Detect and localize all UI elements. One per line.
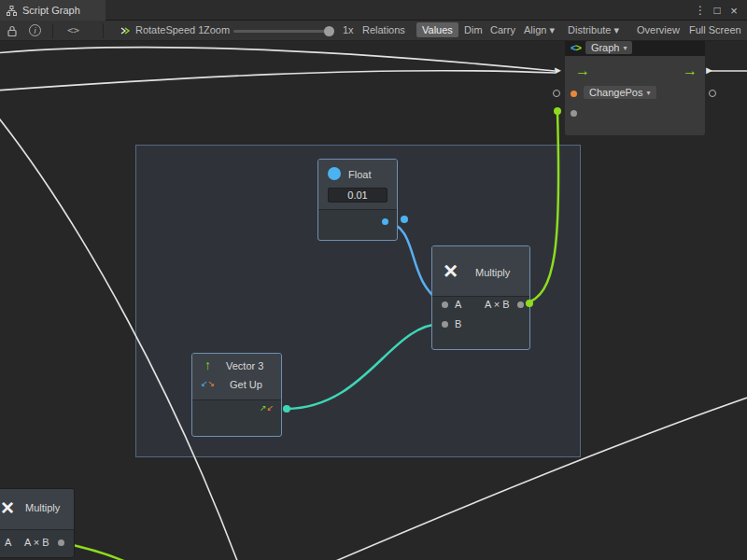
window-close-icon[interactable]: × — [726, 0, 741, 21]
flow-triangle-right-icon[interactable]: ► — [704, 65, 714, 76]
multiply-input-b-port[interactable] — [442, 321, 448, 328]
multiply2-output-label: A × B — [24, 537, 49, 548]
float-value-input[interactable]: 0.01 — [328, 188, 388, 203]
graph-tab-icon — [7, 6, 17, 16]
toolbar: i <> RotateSpeed 1 Zoom 1x Relations Val… — [0, 21, 747, 41]
wire-white-top-2[interactable] — [0, 71, 555, 91]
graph-extra-port-dot[interactable] — [571, 110, 577, 117]
multiply2-output-port[interactable] — [58, 539, 64, 546]
vector-axes-icon: ↙↘ — [201, 379, 215, 388]
multiply-icon: × — [444, 259, 458, 283]
value-port-ring-right[interactable] — [709, 90, 716, 97]
toolbar-button-distribute[interactable]: Distribute ▾ — [568, 24, 619, 36]
toolbar-button-align[interactable]: Align ▾ — [524, 24, 555, 36]
zoom-value: 1x — [343, 24, 354, 35]
toolbar-button-values[interactable]: Values — [416, 22, 458, 37]
value-port-ring-left[interactable] — [553, 90, 560, 97]
multiply-input-a-label: A — [455, 299, 461, 310]
wire-white-top-1[interactable] — [0, 48, 555, 71]
tab-title: Script Graph — [22, 5, 80, 16]
toolbar-button-dim[interactable]: Dim — [464, 24, 483, 35]
get-up-node-header[interactable]: ↑ Vector 3 ↙↘ Get Up — [192, 354, 281, 400]
float-node-header[interactable]: Float 0.01 — [318, 160, 397, 210]
multiply-output-port[interactable] — [517, 301, 524, 308]
title-bar: Script Graph ⋮ □ × — [0, 0, 747, 21]
changepos-dropdown-label: ChangePos — [589, 87, 643, 98]
multiply-node[interactable]: × Multiply A A × B B — [431, 245, 530, 350]
float-type-icon — [328, 167, 341, 180]
float-node[interactable]: Float 0.01 — [317, 159, 398, 241]
multiply2-node[interactable]: × Multiply A A × B — [0, 488, 75, 558]
toolbar-button-relations[interactable]: Relations — [362, 24, 405, 35]
multiply-icon: × — [1, 497, 14, 519]
graph-input-connection-dot[interactable] — [554, 107, 561, 115]
vector3-output-type-icon: ↗↙ — [260, 403, 274, 413]
up-arrow-icon: ↑ — [204, 357, 211, 372]
getup-output-port[interactable] — [283, 405, 290, 413]
multiply-input-a-port[interactable] — [442, 301, 448, 308]
changepos-port-dot[interactable] — [571, 91, 577, 97]
multiply-output-connection-dot[interactable] — [526, 300, 533, 307]
zoom-slider-handle[interactable] — [324, 26, 334, 36]
multiply2-node-header[interactable]: × Multiply — [0, 489, 74, 530]
float-node-title: Float — [348, 169, 371, 180]
changepos-dropdown[interactable]: ChangePos ▾ — [584, 86, 656, 99]
lock-icon[interactable] — [7, 25, 18, 37]
multiply-input-b-label: B — [455, 318, 461, 329]
chevron-down-icon: ▾ — [647, 89, 651, 97]
get-up-node-title: Get Up — [230, 379, 262, 390]
script-graph-icon: <> — [571, 42, 581, 53]
toolbar-button-fullscreen[interactable]: Full Screen — [689, 24, 741, 35]
graph-dropdown-label: Graph — [591, 42, 620, 53]
toolbar-button-carry[interactable]: Carry — [490, 24, 515, 35]
script-graph-window: ► ► <> Graph ▾ → → ChangePos ▾ Float 0.0… — [0, 0, 747, 560]
window-menu-icon[interactable]: ⋮ — [693, 0, 708, 21]
float-output-port[interactable] — [382, 218, 388, 225]
graph-header-node[interactable]: <> Graph ▾ → → ChangePos ▾ — [565, 39, 705, 135]
zoom-label: Zoom — [204, 24, 230, 35]
toolbar-divider — [52, 23, 53, 38]
flow-out-arrow-icon[interactable]: → — [683, 63, 698, 78]
get-up-type-label: Vector 3 — [226, 360, 263, 371]
tab-script-graph[interactable]: Script Graph — [0, 0, 106, 21]
graph-dropdown[interactable]: Graph ▾ — [585, 41, 633, 54]
zoom-slider-track[interactable] — [233, 30, 334, 33]
multiply2-input-a-label: A — [5, 537, 11, 548]
multiply2-node-title: Multiply — [25, 502, 60, 513]
multiply-node-title: Multiply — [475, 267, 510, 278]
info-icon[interactable]: i — [29, 24, 41, 36]
chevron-down-icon: ▾ — [623, 44, 627, 52]
script-machine-icon — [120, 25, 131, 36]
window-maximize-icon[interactable]: □ — [710, 0, 725, 21]
value-dot-blue[interactable] — [401, 216, 408, 223]
multiply-output-label: A × B — [485, 299, 510, 310]
code-view-icon[interactable]: <> — [67, 24, 79, 36]
machine-breadcrumb[interactable]: RotateSpeed 1 — [135, 24, 204, 35]
flow-in-arrow-icon[interactable]: → — [575, 63, 590, 78]
flow-triangle-left-icon[interactable]: ► — [553, 65, 563, 76]
get-up-node[interactable]: ↑ Vector 3 ↙↘ Get Up ↗↙ — [191, 353, 282, 437]
toolbar-button-overview[interactable]: Overview — [637, 24, 680, 35]
graph-header-bar: <> Graph ▾ — [565, 39, 705, 56]
multiply-node-header[interactable]: × Multiply — [432, 246, 529, 297]
toolbar-divider — [103, 23, 104, 38]
